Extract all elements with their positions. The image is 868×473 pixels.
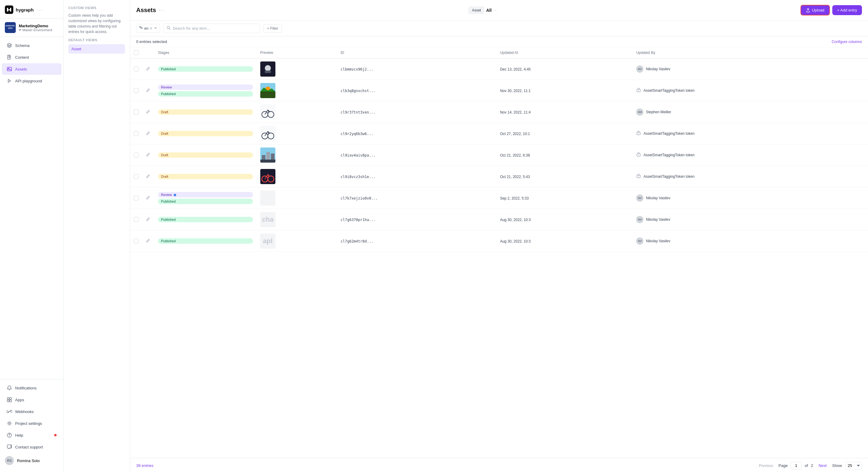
edit-icon-4[interactable] [146,153,150,158]
upload-button-label: Upload [812,8,825,12]
edit-icon-8[interactable] [146,239,150,244]
col-edit [142,47,154,58]
view-item-asset[interactable]: Asset [68,44,125,54]
project-info[interactable]: MARKETING DEMO MarketingDemo ⇄ Master En… [0,19,63,37]
tab-more-dots[interactable]: ··· [493,8,497,12]
table-container: 0 entries selected Configure columns Sta… [130,36,868,458]
sidebar-item-api-label: API playground [15,79,42,83]
header-tabs: Asset All ··· [468,7,497,14]
stage-badge: Published [158,217,253,222]
edit-icon-5[interactable] [146,175,150,179]
updated-at-value: Nov 30, 2022, 11:1 [500,89,531,93]
stages-cell: ReviewPublished [158,85,253,97]
svg-point-24 [638,90,639,91]
col-updated-at[interactable]: Updated At [496,47,632,58]
row-checkbox-5[interactable] [134,174,138,179]
select-all-checkbox[interactable] [134,50,138,55]
sidebar-item-webhooks-label: Webhooks [15,409,34,414]
image-icon [7,66,12,72]
header-actions: Upload + Add entry [801,5,862,16]
edit-icon-1[interactable] [146,89,150,93]
sidebar-bottom-nav: Notifications Apps Webhooks Project sett… [0,379,63,473]
updater-name: Nikolay Vasilev [646,217,670,221]
svg-rect-10 [10,400,11,402]
language-clear[interactable]: ✕ [150,26,153,31]
upload-button[interactable]: Upload [801,5,830,16]
tab-asset[interactable]: Asset [468,7,484,14]
preview-thumbnail [260,126,275,141]
sidebar-item-assets[interactable]: Assets [2,63,61,75]
tab-all[interactable]: All [486,8,492,13]
triangle-icon [7,78,12,84]
next-page-button[interactable]: Next [816,462,829,469]
entry-id: cl7k7xejzio0v0... [340,196,378,201]
updater-avatar: NV [636,216,644,223]
edit-icon-2[interactable] [146,110,150,115]
col-updated-by[interactable]: Updated By [632,47,868,58]
row-checkbox-3[interactable] [134,131,138,136]
row-checkbox-6[interactable] [134,196,138,201]
sidebar-item-webhooks[interactable]: Webhooks [2,406,61,417]
row-checkbox-2[interactable] [134,110,138,115]
updated-at-value: Nov 14, 2022, 11:4 [500,110,531,115]
previous-page-button[interactable]: Previous [756,463,776,469]
updater-name: AssetSmartTaggingToken token [644,131,694,136]
upload-icon [806,8,810,12]
sidebar-item-contact-support[interactable]: Contact support [2,441,61,453]
show-label: Show [832,463,842,468]
svg-rect-20 [260,91,275,98]
preview-thumbnail [260,147,275,162]
stage-badge: Draft [158,131,253,136]
help-notification-dot [54,434,57,436]
edit-icon-0[interactable] [146,67,150,72]
header-more-dots[interactable]: ··· [159,7,165,13]
filter-button[interactable]: + Filter [263,24,282,33]
svg-point-32 [638,133,639,134]
edit-icon-7[interactable] [146,218,150,222]
language-selector[interactable]: en ✕ [136,24,160,33]
row-checkbox-1[interactable] [134,88,138,93]
sidebar-item-api[interactable]: API playground [2,75,61,87]
stage-badge: Published [158,199,253,204]
custom-views-title: CUSTOM VIEWS [68,6,125,10]
add-entry-button[interactable]: + Add entry [832,5,862,15]
row-checkbox-8[interactable] [134,239,138,243]
col-preview: Preview [257,47,337,58]
preview-thumbnail [260,83,275,98]
sidebar-item-schema[interactable]: Schema [2,40,61,51]
page-number-input[interactable] [791,462,802,469]
sidebar-item-apps[interactable]: Apps [2,394,61,406]
row-checkbox-4[interactable] [134,153,138,157]
row-checkbox-0[interactable] [134,67,138,71]
header-left: Assets ··· [136,7,165,13]
edit-icon-6[interactable] [146,196,150,201]
entry-id: cl9iav4aiv8pa... [340,153,376,157]
updated-by-cell: AssetSmartTaggingToken token [636,88,864,94]
user-initials: RS [7,459,11,463]
updated-at-value: Aug 30, 2022, 10:3 [500,239,531,243]
views-panel: CUSTOM VIEWS Custom views help you add c… [64,0,130,473]
project-avatar: MARKETING DEMO [5,22,16,33]
table-row: Publishedchacl7g6370pr1ha...Aug 30, 2022… [130,209,868,231]
user-profile[interactable]: RS Romina Soto [0,453,63,468]
show-per-page-select[interactable]: 25 50 100 [845,462,862,469]
row-checkbox-7[interactable] [134,217,138,222]
preview-text-value: cha [262,216,274,224]
svg-text:MARKETING: MARKETING [6,25,15,27]
edit-icon-3[interactable] [146,132,150,136]
sidebar-item-notifications[interactable]: Notifications [2,382,61,394]
stages-cell: Published [158,66,253,72]
layers-icon [7,43,12,48]
sidebar-item-content[interactable]: Content [2,52,61,63]
search-input[interactable]: Search for any item... [163,24,260,33]
stage-badge: Draft [158,152,253,158]
sidebar-item-project-settings[interactable]: Project settings [2,418,61,429]
configure-columns-button[interactable]: Configure columns [832,40,862,44]
col-id[interactable]: ID [337,47,496,58]
sidebar-item-help[interactable]: Help [2,430,61,441]
preview-thumbnail [260,105,275,120]
updated-by-cell: SMStephen Meiller [636,109,864,116]
col-stages[interactable]: Stages [154,47,257,58]
logo-dots[interactable]: ··· [37,7,43,12]
link-icon [7,409,12,414]
